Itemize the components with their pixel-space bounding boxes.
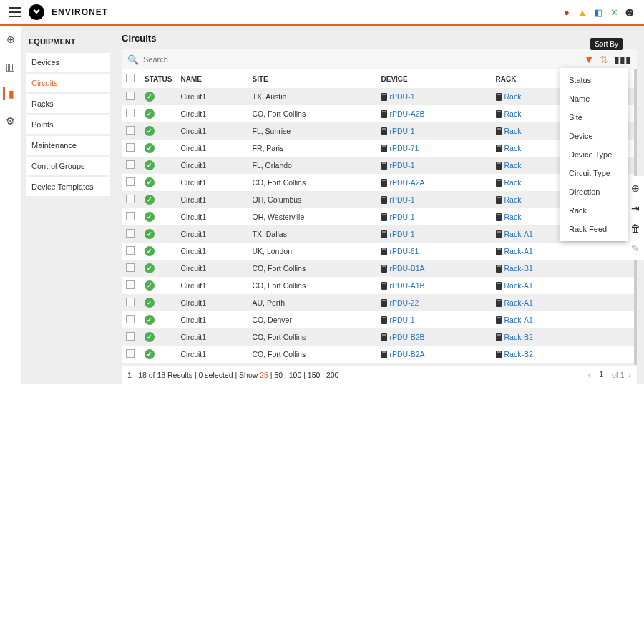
row-checkbox[interactable] [126,143,135,152]
rack-link[interactable]: Rack-A1 [504,316,533,324]
device-link[interactable]: rPDU-B1A [390,264,425,273]
sort-option-site[interactable]: Site [560,108,628,127]
page-size-option[interactable]: 50 [274,371,283,379]
device-link[interactable]: rPDU-71 [390,144,419,152]
device-link[interactable]: rPDU-1 [390,92,415,101]
rack-link[interactable]: Rack [504,161,522,170]
rack-link[interactable]: Rack [504,144,522,152]
rack-link[interactable]: Rack [504,109,522,118]
table-row[interactable]: ✓Circuit1FR, ParisrPDU-71Rack [122,140,634,157]
sort-option-device-type[interactable]: Device Type [560,145,628,164]
table-row[interactable]: ✓Circuit1CO, Fort CollinsrPDU-B1BRack-B1 [122,363,634,365]
device-link[interactable]: rPDU-A2A [390,178,425,187]
column-header[interactable]: DEVICE [377,69,492,88]
sort-option-rack-feed[interactable]: Rack Feed [560,220,628,238]
table-row[interactable]: ✓Circuit1CO, Fort CollinsrPDU-B2BRack-B2 [122,328,634,346]
device-link[interactable]: rPDU-B2A [390,350,425,358]
edit-icon[interactable]: ✎ [629,242,642,255]
row-checkbox[interactable] [126,160,135,169]
table-row[interactable]: ✓Circuit1OH, ColumbusrPDU-1Rack [122,191,634,208]
device-link[interactable]: rPDU-1 [390,161,415,170]
rack-link[interactable]: Rack-B1 [504,264,533,273]
row-checkbox[interactable] [126,349,135,358]
page-size-option[interactable]: 100 [289,371,302,379]
table-row[interactable]: ✓Circuit1OH, WestervillerPDU-1Rack [122,208,634,225]
column-header[interactable]: SITE [248,69,377,88]
row-checkbox[interactable] [126,212,135,220]
user-account-icon[interactable]: ☻ [624,6,635,18]
select-all-checkbox[interactable] [126,74,135,82]
sidebar-item-devices[interactable]: Devices [26,53,110,72]
sidebar-item-device-templates[interactable]: Device Templates [26,177,110,196]
column-header[interactable]: STATUS [140,69,177,88]
rack-link[interactable]: Rack [504,127,522,135]
pager-page-number[interactable]: 1 [595,370,608,379]
rack-link[interactable]: Rack-A1 [504,230,533,238]
rail-equipment-icon[interactable]: ▮ [3,87,16,100]
rail-chart-icon[interactable]: ▥ [4,60,17,73]
rack-link[interactable]: Rack-A1 [504,247,533,255]
rack-link[interactable]: Rack [504,195,522,204]
row-checkbox[interactable] [126,109,135,117]
row-checkbox[interactable] [126,195,135,203]
column-header[interactable] [122,69,140,88]
sidebar-item-racks[interactable]: Racks [26,94,110,113]
device-link[interactable]: rPDU-1 [390,213,415,221]
row-checkbox[interactable] [126,229,135,238]
page-size-option[interactable]: 25 [260,371,268,379]
table-row[interactable]: ✓Circuit1TX, DallasrPDU-1Rack-A1 [122,225,634,243]
table-row[interactable]: ✓Circuit1CO, Fort CollinsrPDU-A2BRack [122,105,634,122]
row-checkbox[interactable] [126,177,135,186]
tools-icon[interactable]: ✕ [608,6,620,18]
row-checkbox[interactable] [126,315,135,323]
alert-error-icon[interactable]: ● [561,6,572,18]
device-link[interactable]: rPDU-22 [390,298,419,307]
pager-prev-icon[interactable]: ‹ [588,371,591,379]
device-link[interactable]: rPDU-1 [390,316,415,324]
row-checkbox[interactable] [126,263,135,272]
table-row[interactable]: ✓Circuit1CO, Fort CollinsrPDU-B2ARack-B2 [122,346,634,363]
row-checkbox[interactable] [126,298,135,306]
rail-globe-icon[interactable]: ⊕ [4,33,17,46]
sort-option-status[interactable]: Status [560,71,628,89]
rack-link[interactable]: Rack-B2 [504,333,533,341]
export-icon[interactable]: ⇥ [629,202,642,215]
rack-link[interactable]: Rack [504,178,522,187]
row-checkbox[interactable] [126,246,135,255]
pager-next-icon[interactable]: › [629,371,632,379]
filter-icon[interactable]: ▼ [584,54,594,65]
rack-link[interactable]: Rack [504,213,522,221]
sidebar-item-maintenance[interactable]: Maintenance [26,136,110,155]
rack-link[interactable]: Rack-A1 [504,281,533,290]
row-checkbox[interactable] [126,126,135,135]
table-row[interactable]: ✓Circuit1FL, OrlandorPDU-1Rack [122,157,634,174]
table-row[interactable]: ✓Circuit1CO, Fort CollinsrPDU-A1BRack-A1 [122,277,634,294]
sort-option-circuit-type[interactable]: Circuit Type [560,164,628,182]
row-checkbox[interactable] [126,280,135,289]
sidebar-item-control-groups[interactable]: Control Groups [26,157,110,175]
device-link[interactable]: rPDU-1 [390,195,415,204]
device-link[interactable]: rPDU-1 [390,127,415,135]
add-icon[interactable]: ⊕ [629,182,642,195]
columns-icon[interactable]: ▮▮▮ [614,54,631,65]
column-header[interactable]: NAME [177,69,248,88]
search-input[interactable] [143,55,584,64]
rack-link[interactable]: Rack-A1 [504,298,533,307]
table-row[interactable]: ✓Circuit1CO, Fort CollinsrPDU-B1ARack-B1 [122,260,634,277]
device-link[interactable]: rPDU-1 [390,230,415,238]
device-link[interactable]: rPDU-B2B [390,333,425,341]
sidebar-item-circuits[interactable]: Circuits [26,74,110,92]
table-row[interactable]: ✓Circuit1CO, DenverrPDU-1Rack-A1 [122,311,634,328]
delete-icon[interactable]: 🗑 [629,222,642,235]
rack-link[interactable]: Rack-B2 [504,350,533,358]
device-link[interactable]: rPDU-A1B [390,281,425,290]
row-checkbox[interactable] [126,92,135,100]
device-link[interactable]: rPDU-61 [390,247,419,255]
sort-option-name[interactable]: Name [560,89,628,108]
alert-info-icon[interactable]: ◧ [592,6,604,18]
sidebar-item-points[interactable]: Points [26,115,110,134]
alert-warning-icon[interactable]: ▲ [577,6,588,18]
page-size-option[interactable]: 200 [326,371,339,379]
table-row[interactable]: ✓Circuit1TX, AustinrPDU-1Rack [122,88,634,105]
rack-link[interactable]: Rack [504,92,522,101]
